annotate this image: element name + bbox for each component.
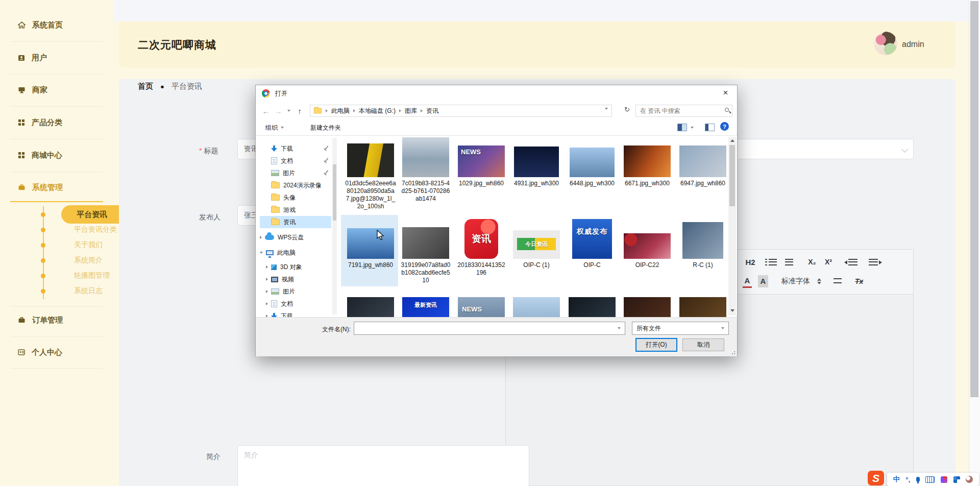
file-thumbnail-partial[interactable] — [679, 297, 726, 317]
new-folder-button[interactable]: 新建文件夹 — [310, 124, 341, 132]
ime-language-toggle[interactable]: 中 — [893, 475, 900, 484]
address-crumb[interactable]: 此电脑 — [331, 107, 350, 115]
file-item[interactable]: NEWS 1029.jpg_wh860 — [456, 140, 507, 187]
microphone-icon[interactable] — [916, 477, 920, 482]
file-item[interactable]: 资讯 20183301441352196 — [456, 216, 507, 277]
organize-menu[interactable]: 组织 — [265, 124, 284, 132]
sidebar-subitem-system-intro[interactable]: 系统简介 — [74, 253, 103, 268]
expand-icon[interactable] — [260, 236, 262, 239]
clear-format-button[interactable]: Tx — [855, 275, 863, 287]
ime-logo[interactable]: S — [868, 471, 884, 485]
file-thumbnail-partial[interactable] — [624, 297, 671, 317]
tree-item-this-pc[interactable]: 此电脑 — [260, 247, 331, 259]
resize-grip[interactable] — [731, 351, 736, 355]
history-dropdown-icon[interactable] — [287, 110, 290, 112]
ime-punctuation-toggle[interactable]: °, — [905, 476, 910, 483]
grid-scrollbar-thumb[interactable] — [729, 145, 735, 206]
tree-item-wps-cloud[interactable]: WPS云盘 — [260, 231, 331, 244]
sidebar-item-product-category[interactable]: 产品分类 — [17, 114, 62, 131]
address-crumb[interactable]: 图库 — [405, 107, 417, 115]
filename-combobox[interactable] — [354, 322, 625, 335]
filetype-select[interactable]: 所有文件 — [632, 322, 729, 335]
file-item[interactable]: R-C (1) — [677, 216, 728, 269]
filename-input[interactable] — [354, 322, 625, 334]
tree-item-folder-selected[interactable]: 资讯 — [260, 216, 331, 228]
view-dropdown-icon[interactable] — [691, 127, 694, 129]
file-thumbnail-partial[interactable] — [513, 297, 560, 317]
sidebar-item-mall-center[interactable]: 商城中心 — [17, 147, 62, 163]
unordered-list-button[interactable] — [785, 256, 793, 268]
tree-scrollbar-thumb[interactable] — [333, 164, 336, 221]
indent-button[interactable] — [869, 256, 878, 268]
tree-item-documents[interactable]: 文档 — [260, 155, 331, 167]
file-item[interactable]: OIP-C22 — [622, 216, 673, 269]
sidebar-subitem-system-log[interactable]: 系统日志 — [74, 284, 103, 298]
breadcrumb-home[interactable]: 首页 — [138, 82, 153, 91]
page-scrollbar-thumb[interactable] — [970, 1, 978, 397]
file-item[interactable]: 6448.jpg_wh300 — [567, 140, 618, 187]
file-item[interactable]: 6671.jpg_wh300 — [622, 140, 673, 187]
close-button[interactable]: × — [714, 85, 737, 101]
file-item[interactable]: 01d3dc5e82eee6a80120a8950da5a7.jpg@1280w… — [345, 140, 396, 210]
line-height-button[interactable] — [834, 275, 842, 287]
scroll-down-icon[interactable] — [730, 309, 734, 312]
file-thumbnail-partial[interactable]: 最新资讯 — [402, 297, 449, 317]
ime-skin-icon[interactable] — [941, 476, 947, 483]
user-name[interactable]: admin — [902, 40, 924, 49]
file-thumbnail-partial[interactable] — [347, 297, 394, 317]
avatar[interactable] — [874, 32, 897, 55]
tree-item-folder[interactable]: 游戏 — [260, 204, 331, 216]
collapse-icon[interactable] — [260, 252, 263, 254]
address-bar[interactable]: 此电脑 本地磁盘 (G:) 图库 资讯 — [310, 105, 612, 117]
file-item[interactable]: 6947.jpg_wh860 — [677, 140, 728, 187]
up-button[interactable]: ↑ — [293, 107, 306, 115]
file-item[interactable]: 4931.jpg_wh300 — [511, 140, 562, 187]
tree-item-pictures[interactable]: 图片 — [260, 285, 331, 298]
help-button[interactable]: ? — [720, 122, 729, 131]
sidebar-item-merchants[interactable]: 商家 — [17, 82, 47, 98]
open-button[interactable]: 打开(O) — [635, 338, 677, 352]
file-item[interactable]: 今日资讯 OIP-C (1) — [511, 216, 562, 269]
font-color-button[interactable]: A — [743, 274, 752, 288]
expand-icon[interactable] — [266, 265, 268, 269]
file-item[interactable]: 权威发布 OIP-C — [567, 216, 618, 269]
search-input[interactable] — [636, 105, 722, 116]
sidebar-subitem-news-category[interactable]: 平台资讯分类 — [74, 223, 117, 237]
search-box[interactable] — [635, 105, 732, 117]
tree-item-downloads[interactable]: 下载 — [260, 142, 331, 155]
expand-icon[interactable] — [266, 290, 268, 293]
forward-button[interactable]: → — [272, 107, 284, 115]
back-button[interactable]: ← — [260, 107, 272, 115]
sidebar-subitem-carousel-management[interactable]: 轮播图管理 — [74, 269, 110, 283]
file-thumbnail-partial[interactable] — [569, 297, 616, 317]
cancel-button[interactable]: 取消 — [682, 338, 724, 351]
ordered-list-button[interactable] — [765, 256, 777, 268]
tree-item-3d-objects[interactable]: 3D 对象 — [260, 261, 331, 273]
address-crumb[interactable]: 本地磁盘 (G:) — [359, 107, 396, 115]
chevron-down-icon[interactable] — [618, 327, 621, 329]
sidebar-subitem-about-us[interactable]: 关于我们 — [74, 238, 103, 252]
font-family-select[interactable]: 标准字体 — [781, 277, 821, 286]
subscript-button[interactable]: X₂ — [805, 256, 819, 268]
file-thumbnail-partial[interactable]: NEWS — [458, 297, 505, 317]
address-crumb[interactable]: 资讯 — [426, 107, 438, 115]
tree-item-videos[interactable]: 视频 — [260, 273, 331, 285]
sidebar-item-personal-center[interactable]: 个人中心 — [17, 344, 62, 360]
intro-textarea[interactable] — [237, 445, 529, 486]
sidebar-item-order-management[interactable]: 订单管理 — [17, 312, 63, 328]
sidebar-item-users[interactable]: 用户 — [17, 50, 47, 66]
tree-item-folder[interactable]: 2024演示录像 — [260, 179, 331, 191]
dialog-titlebar[interactable]: 打开 — [256, 85, 737, 102]
sidebar-item-home[interactable]: 系统首页 — [17, 17, 63, 33]
tree-item-folder[interactable]: 头像 — [260, 191, 331, 204]
expand-icon[interactable] — [266, 302, 268, 305]
view-mode-icon[interactable] — [677, 124, 687, 131]
superscript-button[interactable]: X² — [822, 256, 835, 268]
highlight-color-button[interactable]: A — [758, 275, 768, 287]
preview-pane-icon[interactable] — [705, 124, 715, 131]
file-item[interactable]: 319199e07a8fad0b1082cabd6ecfe510 — [400, 216, 451, 284]
emoji-icon[interactable] — [966, 476, 973, 483]
expand-icon[interactable] — [266, 278, 268, 281]
file-item-hovered[interactable]: 7191.jpg_wh860 — [345, 216, 396, 269]
address-dropdown-icon[interactable] — [605, 108, 608, 110]
